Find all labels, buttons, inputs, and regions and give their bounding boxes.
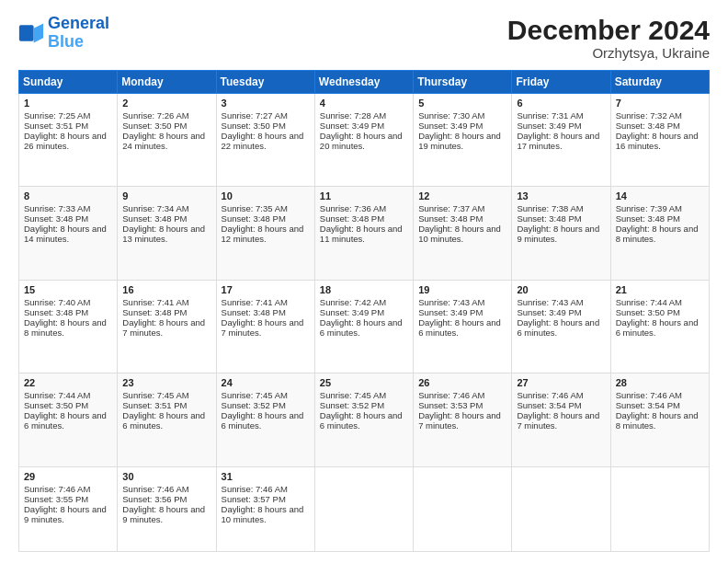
daylight-label: Daylight: 8 hours and 12 minutes. xyxy=(222,224,304,244)
daylight-label: Daylight: 8 hours and 6 minutes. xyxy=(517,317,599,338)
daylight-label: Daylight: 8 hours and 8 minutes. xyxy=(24,317,107,338)
table-row: 8 Sunrise: 7:33 AM Sunset: 3:48 PM Dayli… xyxy=(19,187,118,280)
sunset-label: Sunset: 3:51 PM xyxy=(122,400,187,410)
sunset-label: Sunset: 3:53 PM xyxy=(418,400,483,410)
sunrise-label: Sunrise: 7:34 AM xyxy=(122,203,188,213)
calendar-subtitle: Orzhytsya, Ukraine xyxy=(507,45,710,61)
day-number: 7 xyxy=(616,98,704,109)
sunset-label: Sunset: 3:49 PM xyxy=(320,307,384,317)
sunrise-label: Sunrise: 7:46 AM xyxy=(517,390,583,400)
daylight-label: Daylight: 8 hours and 20 minutes. xyxy=(320,131,403,151)
daylight-label: Daylight: 8 hours and 9 minutes. xyxy=(517,224,599,244)
day-number: 20 xyxy=(517,284,605,295)
sunrise-label: Sunrise: 7:46 AM xyxy=(418,390,484,400)
table-row: 3 Sunrise: 7:27 AM Sunset: 3:50 PM Dayli… xyxy=(216,94,314,187)
table-row: 22 Sunrise: 7:44 AM Sunset: 3:50 PM Dayl… xyxy=(19,373,118,466)
day-number: 14 xyxy=(616,190,704,201)
day-number: 12 xyxy=(418,190,506,201)
sunset-label: Sunset: 3:56 PM xyxy=(122,494,187,504)
daylight-label: Daylight: 8 hours and 19 minutes. xyxy=(418,131,501,151)
daylight-label: Daylight: 8 hours and 10 minutes. xyxy=(418,224,501,244)
logo-icon xyxy=(18,20,44,46)
sunset-label: Sunset: 3:48 PM xyxy=(222,213,286,224)
sunrise-label: Sunrise: 7:46 AM xyxy=(222,484,288,494)
table-row: 9 Sunrise: 7:34 AM Sunset: 3:48 PM Dayli… xyxy=(118,187,216,280)
daylight-label: Daylight: 8 hours and 10 minutes. xyxy=(222,504,304,524)
daylight-label: Daylight: 8 hours and 6 minutes. xyxy=(320,410,403,431)
table-row: 15 Sunrise: 7:40 AM Sunset: 3:48 PM Dayl… xyxy=(19,280,118,373)
day-number: 1 xyxy=(24,98,112,109)
daylight-label: Daylight: 8 hours and 8 minutes. xyxy=(616,410,699,431)
table-row: 7 Sunrise: 7:32 AM Sunset: 3:48 PM Dayli… xyxy=(610,94,709,187)
table-row: 4 Sunrise: 7:28 AM Sunset: 3:49 PM Dayli… xyxy=(314,94,413,187)
daylight-label: Daylight: 8 hours and 22 minutes. xyxy=(222,131,304,151)
sunrise-label: Sunrise: 7:27 AM xyxy=(222,110,288,121)
table-row xyxy=(610,466,709,551)
day-number: 25 xyxy=(320,377,408,388)
table-row: 2 Sunrise: 7:26 AM Sunset: 3:50 PM Dayli… xyxy=(118,94,216,187)
daylight-label: Daylight: 8 hours and 6 minutes. xyxy=(222,410,304,431)
day-number: 4 xyxy=(320,98,408,109)
day-number: 24 xyxy=(222,377,310,388)
table-row: 12 Sunrise: 7:37 AM Sunset: 3:48 PM Dayl… xyxy=(414,187,512,280)
day-number: 27 xyxy=(517,377,605,388)
calendar-week-row: 29 Sunrise: 7:46 AM Sunset: 3:55 PM Dayl… xyxy=(19,466,710,551)
daylight-label: Daylight: 8 hours and 7 minutes. xyxy=(418,410,501,431)
logo-line2: Blue xyxy=(48,32,84,51)
calendar-week-row: 15 Sunrise: 7:40 AM Sunset: 3:48 PM Dayl… xyxy=(19,280,710,373)
sunset-label: Sunset: 3:48 PM xyxy=(24,213,88,224)
table-row: 14 Sunrise: 7:39 AM Sunset: 3:48 PM Dayl… xyxy=(610,187,709,280)
table-row: 24 Sunrise: 7:45 AM Sunset: 3:52 PM Dayl… xyxy=(216,373,314,466)
table-row: 5 Sunrise: 7:30 AM Sunset: 3:49 PM Dayli… xyxy=(414,94,512,187)
calendar-table: Sunday Monday Tuesday Wednesday Thursday… xyxy=(18,70,710,552)
sunset-label: Sunset: 3:48 PM xyxy=(122,213,187,224)
sunrise-label: Sunrise: 7:42 AM xyxy=(320,297,386,307)
sunset-label: Sunset: 3:49 PM xyxy=(517,121,581,131)
daylight-label: Daylight: 8 hours and 6 minutes. xyxy=(24,410,107,431)
daylight-label: Daylight: 8 hours and 7 minutes. xyxy=(517,410,599,431)
sunrise-label: Sunrise: 7:39 AM xyxy=(616,203,682,213)
sunset-label: Sunset: 3:48 PM xyxy=(122,307,187,317)
sunrise-label: Sunrise: 7:28 AM xyxy=(320,110,386,121)
sunrise-label: Sunrise: 7:33 AM xyxy=(24,203,90,213)
daylight-label: Daylight: 8 hours and 16 minutes. xyxy=(616,131,699,151)
sunset-label: Sunset: 3:50 PM xyxy=(24,400,88,410)
col-monday: Monday xyxy=(118,71,216,94)
daylight-label: Daylight: 8 hours and 7 minutes. xyxy=(222,317,304,338)
table-row: 25 Sunrise: 7:45 AM Sunset: 3:52 PM Dayl… xyxy=(314,373,413,466)
day-number: 18 xyxy=(320,284,408,295)
day-number: 17 xyxy=(222,284,310,295)
daylight-label: Daylight: 8 hours and 6 minutes. xyxy=(122,410,205,431)
day-number: 15 xyxy=(24,284,112,295)
sunset-label: Sunset: 3:50 PM xyxy=(616,307,680,317)
logo: General Blue xyxy=(18,15,109,52)
sunrise-label: Sunrise: 7:32 AM xyxy=(616,110,682,121)
daylight-label: Daylight: 8 hours and 6 minutes. xyxy=(418,317,501,338)
sunrise-label: Sunrise: 7:35 AM xyxy=(222,203,288,213)
day-number: 21 xyxy=(616,284,704,295)
day-number: 19 xyxy=(418,284,506,295)
sunset-label: Sunset: 3:52 PM xyxy=(222,400,286,410)
sunrise-label: Sunrise: 7:44 AM xyxy=(24,390,90,400)
daylight-label: Daylight: 8 hours and 11 minutes. xyxy=(320,224,403,244)
sunset-label: Sunset: 3:48 PM xyxy=(616,213,680,224)
col-tuesday: Tuesday xyxy=(216,71,314,94)
sunrise-label: Sunrise: 7:41 AM xyxy=(222,297,288,307)
header: General Blue December 2024 Orzhytsya, Uk… xyxy=(18,15,710,61)
table-row: 1 Sunrise: 7:25 AM Sunset: 3:51 PM Dayli… xyxy=(19,94,118,187)
sunrise-label: Sunrise: 7:41 AM xyxy=(122,297,188,307)
day-number: 8 xyxy=(24,190,112,201)
logo-line1: General xyxy=(48,14,109,32)
sunrise-label: Sunrise: 7:37 AM xyxy=(418,203,484,213)
table-row: 27 Sunrise: 7:46 AM Sunset: 3:54 PM Dayl… xyxy=(512,373,610,466)
table-row: 26 Sunrise: 7:46 AM Sunset: 3:53 PM Dayl… xyxy=(414,373,512,466)
sunrise-label: Sunrise: 7:46 AM xyxy=(122,484,188,494)
col-sunday: Sunday xyxy=(19,71,118,94)
day-number: 10 xyxy=(222,190,310,201)
sunrise-label: Sunrise: 7:26 AM xyxy=(122,110,188,121)
day-number: 3 xyxy=(222,98,310,109)
table-row: 19 Sunrise: 7:43 AM Sunset: 3:49 PM Dayl… xyxy=(414,280,512,373)
day-number: 28 xyxy=(616,377,704,388)
day-number: 9 xyxy=(122,190,210,201)
sunset-label: Sunset: 3:48 PM xyxy=(24,307,88,317)
